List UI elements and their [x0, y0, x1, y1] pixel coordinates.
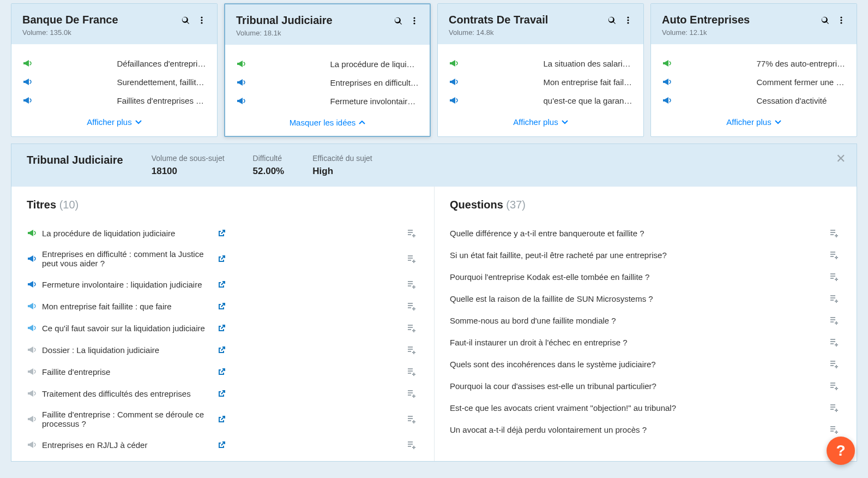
add-to-list-icon[interactable] — [407, 323, 417, 333]
idea-item[interactable]: Mon entreprise fait faillite : que faire — [449, 73, 632, 91]
external-link-icon[interactable] — [218, 254, 226, 263]
title-row[interactable]: Faillite d'entreprise — [27, 361, 417, 383]
add-to-list-icon[interactable] — [829, 294, 839, 303]
megaphone-icon — [27, 279, 37, 289]
detail-header: Tribunal Judiciaire Volume de sous-sujet… — [11, 144, 857, 187]
add-to-list-icon[interactable] — [407, 389, 417, 398]
megaphone-icon — [27, 301, 37, 311]
add-to-list-icon[interactable] — [829, 228, 839, 238]
metric-label: Volume de sous-sujet — [152, 154, 225, 163]
title-text: Faillite d'entreprise : Comment se dérou… — [42, 410, 212, 428]
idea-item[interactable]: qu'est-ce que la garantie des salaires ? — [449, 91, 632, 110]
show-more-link[interactable]: Afficher plus — [513, 117, 568, 127]
external-link-icon[interactable] — [218, 415, 226, 423]
external-link-icon[interactable] — [218, 367, 226, 376]
card-body: La procédure de liquidation judiciaire E… — [225, 45, 430, 112]
idea-text: La situation des salariés lors d'une pro… — [544, 59, 633, 68]
external-link-icon[interactable] — [218, 389, 226, 398]
more-options-icon[interactable] — [837, 16, 846, 25]
add-to-list-icon[interactable] — [829, 272, 839, 282]
title-row[interactable]: Mon entreprise fait faillite : que faire — [27, 295, 417, 317]
search-icon[interactable] — [607, 16, 616, 25]
question-row[interactable]: Faut-il instaurer un droit à l'échec en … — [450, 331, 839, 353]
add-to-list-icon[interactable] — [829, 337, 839, 347]
title-row[interactable]: Entreprises en difficulté : comment la J… — [27, 244, 417, 273]
topic-card[interactable]: Tribunal Judiciaire Volume: 18.1k La pro… — [224, 3, 431, 137]
title-row[interactable]: Faillite d'entreprise : Comment se dérou… — [27, 404, 417, 434]
external-link-icon[interactable] — [218, 345, 226, 354]
title-text: Faillite d'entreprise — [42, 367, 212, 377]
add-to-list-icon[interactable] — [829, 315, 839, 325]
idea-item[interactable]: Surendettement, faillites... Le Gers rés… — [22, 73, 206, 91]
add-to-list-icon[interactable] — [829, 381, 839, 391]
show-more-link[interactable]: Afficher plus — [726, 117, 781, 127]
external-link-icon[interactable] — [218, 440, 226, 449]
topic-card[interactable]: Banque De France Volume: 135.0k Défailla… — [11, 3, 218, 137]
title-row[interactable]: Dossier : La liquidation judiciaire — [27, 339, 417, 361]
hide-ideas-link[interactable]: Masquer les idées — [290, 118, 366, 127]
idea-item[interactable]: Défaillances d'entreprises — [22, 54, 206, 73]
add-to-list-icon[interactable] — [407, 345, 417, 355]
external-link-icon[interactable] — [218, 324, 226, 332]
question-text: Si un état fait faillite, peut-il être r… — [450, 250, 824, 260]
question-row[interactable]: Un avocat a-t-il déjà perdu volontaireme… — [450, 419, 839, 440]
external-link-icon[interactable] — [218, 302, 226, 310]
add-to-list-icon[interactable] — [407, 414, 417, 424]
idea-item[interactable]: Faillites d'entreprises : la dépense pub… — [22, 91, 206, 110]
title-row[interactable]: Ce qu'il faut savoir sur la liquidation … — [27, 317, 417, 339]
question-row[interactable]: Somme-nous au bord d'une faillite mondia… — [450, 309, 839, 331]
megaphone-icon — [22, 95, 112, 105]
more-options-icon[interactable] — [197, 16, 206, 25]
add-to-list-icon[interactable] — [407, 440, 417, 450]
idea-item[interactable]: Entreprises en difficulté : comment la J… — [236, 73, 419, 92]
external-link-icon[interactable] — [218, 229, 226, 237]
title-row[interactable]: Traitement des difficultés des entrepris… — [27, 383, 417, 404]
question-row[interactable]: Pourquoi la cour d'assises est-elle un t… — [450, 375, 839, 397]
more-options-icon[interactable] — [410, 16, 419, 25]
external-link-icon[interactable] — [218, 280, 226, 289]
add-to-list-icon[interactable] — [829, 403, 839, 413]
topic-card[interactable]: Contrats De Travail Volume: 14.8k La sit… — [437, 3, 644, 137]
card-body: Défaillances d'entreprises Surendettemen… — [11, 44, 217, 112]
question-row[interactable]: Quelle différence y a-t-il entre banquer… — [450, 222, 839, 244]
idea-item[interactable]: 77% des auto-entreprises meurent avant … — [662, 54, 846, 73]
title-row[interactable]: La procédure de liquidation judiciaire — [27, 222, 417, 244]
title-row[interactable]: Fermeture involontaire : liquidation jud… — [27, 273, 417, 295]
metric-difficulty: Difficulté 52.00% — [239, 154, 299, 177]
add-to-list-icon[interactable] — [407, 254, 417, 264]
idea-item[interactable]: Cessation d'activité — [662, 91, 846, 110]
add-to-list-icon[interactable] — [829, 359, 839, 369]
titles-column: Titres (10) La procédure de liquidation … — [11, 187, 434, 461]
search-icon[interactable] — [394, 16, 402, 25]
question-row[interactable]: Est-ce que les avocats crient vraiment "… — [450, 397, 839, 419]
question-row[interactable]: Si un état fait faillite, peut-il être r… — [450, 244, 839, 266]
add-to-list-icon[interactable] — [829, 250, 839, 260]
add-to-list-icon[interactable] — [407, 279, 417, 289]
questions-list: Quelle différence y a-t-il entre banquer… — [450, 222, 841, 440]
more-options-icon[interactable] — [624, 16, 632, 25]
question-row[interactable]: Quels sont des incohérences dans le syst… — [450, 353, 839, 375]
help-button[interactable]: ? — [827, 437, 855, 465]
add-to-list-icon[interactable] — [407, 301, 417, 311]
card-title: Banque De France — [22, 14, 118, 26]
idea-text: Comment fermer une auto-entreprise ? L… — [757, 77, 846, 87]
idea-item[interactable]: La procédure de liquidation judiciaire — [236, 55, 419, 73]
add-to-list-icon[interactable] — [407, 367, 417, 377]
question-row[interactable]: Quelle est la raison de la faillite de S… — [450, 288, 839, 309]
topic-card[interactable]: Auto Entreprises Volume: 12.1k 77% des a… — [650, 3, 857, 137]
idea-item[interactable]: La situation des salariés lors d'une pro… — [449, 54, 632, 73]
close-icon[interactable]: ✕ — [836, 152, 846, 166]
title-text: Entreprises en difficulté : comment la J… — [42, 249, 212, 268]
question-row[interactable]: Pourquoi l'entreprise Kodak est-elle tom… — [450, 266, 839, 288]
search-icon[interactable] — [821, 16, 829, 25]
card-footer: Masquer les idées — [225, 112, 430, 136]
idea-item[interactable]: Fermeture involontaire : liquidation jud… — [236, 92, 419, 110]
megaphone-icon — [662, 95, 751, 105]
title-row[interactable]: Entreprises en RJ/LJ à céder — [27, 434, 417, 456]
add-to-list-icon[interactable] — [829, 425, 839, 434]
search-icon[interactable] — [181, 16, 190, 25]
show-more-link[interactable]: Afficher plus — [87, 117, 141, 127]
metric-label: Efficacité du sujet — [312, 154, 372, 163]
add-to-list-icon[interactable] — [407, 228, 417, 238]
idea-item[interactable]: Comment fermer une auto-entreprise ? L… — [662, 73, 846, 91]
